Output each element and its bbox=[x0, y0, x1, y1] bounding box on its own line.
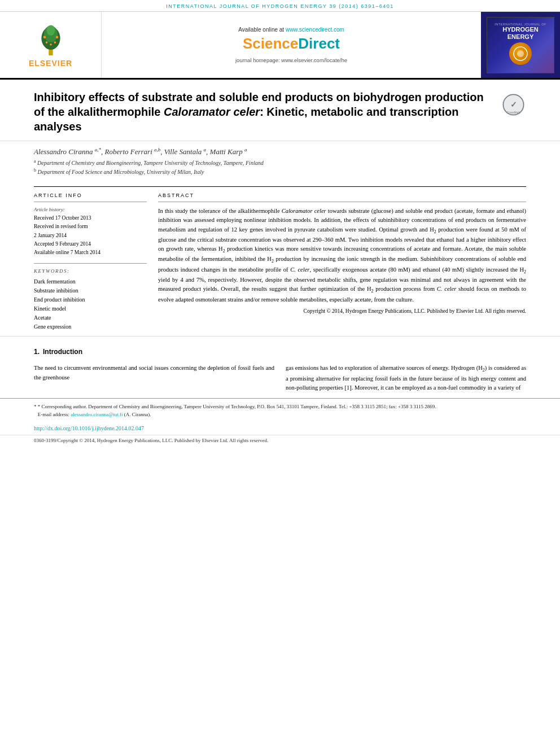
journal-cover-area: INTERNATIONAL JOURNAL OF HYDROGENENERGY bbox=[481, 12, 560, 78]
keyword-5: Acetate bbox=[34, 313, 147, 322]
abstract-divider bbox=[158, 202, 526, 202]
doi-link[interactable]: http://dx.doi.org/10.1016/j.ijhydene.201… bbox=[34, 425, 144, 431]
svg-point-8 bbox=[50, 43, 52, 45]
keyword-4: Kinetic model bbox=[34, 304, 147, 313]
keywords-label: Keywords: bbox=[34, 268, 147, 274]
crossmark-icon: ✓ CrossMark bbox=[501, 92, 526, 117]
accepted-date: Accepted 9 February 2014 bbox=[34, 241, 147, 248]
abstract-column: Abstract In this study the tolerance of … bbox=[158, 193, 526, 331]
crossmark-badge: ✓ CrossMark bbox=[501, 92, 526, 117]
svg-point-7 bbox=[54, 41, 56, 43]
section-title: Introduction bbox=[43, 348, 82, 356]
journal-header: International Journal of Hydrogen Energy… bbox=[0, 0, 560, 12]
keyword-3: End product inhibition bbox=[34, 295, 147, 304]
intro-left-text: The need to circumvent environmental and… bbox=[34, 364, 274, 382]
article-info-header: Article info bbox=[34, 193, 147, 198]
elsevier-wordmark: ELSEVIER bbox=[29, 59, 72, 68]
elsevier-logo: ELSEVIER bbox=[29, 23, 72, 68]
keywords-section: Keywords: Dark fermentation Substrate in… bbox=[34, 263, 147, 331]
received-date: Received 17 October 2013 bbox=[34, 215, 147, 222]
email-link[interactable]: alessandro.ciranna@tut.fi bbox=[71, 412, 123, 417]
abstract-header: Abstract bbox=[158, 193, 526, 198]
sciencedirect-url[interactable]: www.sciencedirect.com bbox=[286, 27, 344, 33]
svg-point-6 bbox=[45, 41, 47, 43]
authors-section: Alessandro Ciranna a,*, Roberto Ferrari … bbox=[0, 141, 560, 180]
article-body: Article info Article history: Received 1… bbox=[0, 180, 560, 331]
email-footnote: E-mail address: alessandro.ciranna@tut.f… bbox=[34, 411, 526, 419]
journal-title: International Journal of Hydrogen Energy… bbox=[166, 3, 394, 9]
authors-line: Alessandro Ciranna a,*, Roberto Ferrari … bbox=[34, 147, 526, 156]
affiliation-b: b Department of Food Science and Microbi… bbox=[34, 168, 526, 175]
article-info-column: Article info Article history: Received 1… bbox=[34, 193, 147, 331]
abstract-text: In this study the tolerance of the alkal… bbox=[158, 207, 526, 304]
elsevier-logo-area: ELSEVIER bbox=[0, 12, 102, 78]
copyright-text: Copyright © 2014, Hydrogen Energy Public… bbox=[158, 308, 526, 315]
cover-graphic bbox=[509, 42, 532, 65]
elsevier-tree-icon bbox=[34, 23, 68, 56]
received-revised-label: Received in revised form bbox=[34, 223, 147, 230]
available-online-text: Available online at www.sciencedirect.co… bbox=[238, 27, 344, 33]
svg-text:CrossMark: CrossMark bbox=[506, 111, 520, 114]
svg-point-4 bbox=[43, 36, 46, 38]
svg-text:✓: ✓ bbox=[510, 100, 517, 109]
svg-point-3 bbox=[46, 25, 55, 35]
species-name: Caloramator celer bbox=[164, 106, 260, 118]
cover-circle-icon bbox=[512, 45, 529, 62]
history-label: Article history: bbox=[34, 207, 147, 212]
doi-section: http://dx.doi.org/10.1016/j.ijhydene.201… bbox=[0, 422, 560, 435]
affiliation-a: a Department of Chemistry and Bioenginee… bbox=[34, 159, 526, 166]
svg-point-5 bbox=[55, 36, 58, 38]
intro-right-text: gas emissions has led to exploration of … bbox=[286, 364, 526, 392]
article-title-section: Inhibitory effects of substrate and solu… bbox=[0, 80, 560, 141]
available-date: Available online 7 March 2014 bbox=[34, 249, 147, 256]
corresponding-author: * * Corresponding author. Department of … bbox=[34, 403, 526, 411]
keywords-divider bbox=[34, 263, 147, 264]
journal-homepage: journal homepage: www.elsevier.com/locat… bbox=[235, 57, 347, 63]
article-title: Inhibitory effects of substrate and solu… bbox=[34, 90, 501, 134]
journal-cover: INTERNATIONAL JOURNAL OF HYDROGENENERGY bbox=[487, 17, 554, 73]
journal-center-header: Available online at www.sciencedirect.co… bbox=[102, 12, 481, 78]
introduction-section: 1. Introduction The need to circumvent e… bbox=[0, 336, 560, 392]
divider bbox=[34, 202, 147, 202]
intro-two-column: The need to circumvent environmental and… bbox=[34, 364, 526, 392]
footnotes-area: * * Corresponding author. Department of … bbox=[0, 398, 560, 422]
bottom-bar: 0360-3199/Copyright © 2014, Hydrogen Ene… bbox=[0, 435, 560, 445]
keyword-1: Dark fermentation bbox=[34, 277, 147, 286]
svg-point-10 bbox=[517, 50, 524, 57]
revised-date: 2 January 2014 bbox=[34, 232, 147, 239]
intro-right-col: gas emissions has led to exploration of … bbox=[286, 364, 526, 392]
page-header: ELSEVIER Available online at www.science… bbox=[0, 12, 560, 80]
section-number: 1. bbox=[34, 348, 40, 356]
sciencedirect-logo: ScienceDirect bbox=[243, 35, 340, 53]
keyword-2: Substrate inhibition bbox=[34, 286, 147, 295]
keyword-6: Gene expression bbox=[34, 322, 147, 331]
bottom-bar-text: 0360-3199/Copyright © 2014, Hydrogen Ene… bbox=[34, 438, 268, 443]
two-column-section: Article info Article history: Received 1… bbox=[34, 186, 526, 331]
intro-left-col: The need to circumvent environmental and… bbox=[34, 364, 274, 392]
